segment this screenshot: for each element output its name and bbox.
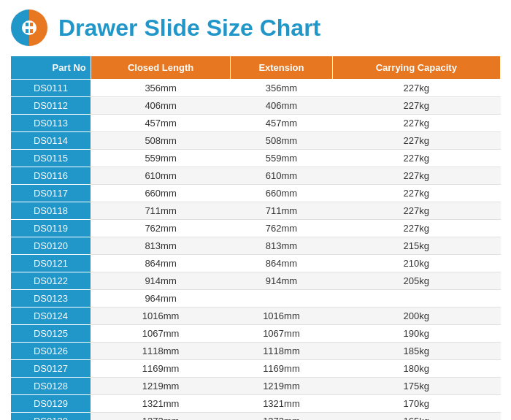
cell-capacity: 190kg	[332, 325, 500, 343]
cell-extension: 406mm	[231, 97, 332, 115]
page: Drawer Slide Size Chart Part No Closed L…	[0, 0, 511, 420]
table-row: DS0116610mm610mm227kg	[11, 167, 501, 185]
cell-part: DS0130	[11, 413, 91, 421]
cell-closed: 1067mm	[91, 325, 230, 343]
table-row: DS0112406mm406mm227kg	[11, 97, 501, 115]
logo-icon	[10, 9, 48, 47]
page-title: Drawer Slide Size Chart	[58, 15, 320, 42]
cell-closed: 508mm	[91, 132, 230, 150]
cell-closed: 356mm	[91, 80, 230, 97]
cell-part: DS0114	[11, 132, 91, 150]
cell-extension: 559mm	[231, 150, 332, 167]
table-row: DS0121864mm864mm210kg	[11, 255, 501, 272]
cell-closed: 1372mm	[91, 413, 230, 421]
table-row: DS01281219mm1219mm175kg	[11, 378, 501, 395]
header: Drawer Slide Size Chart	[10, 9, 501, 47]
cell-part: DS0116	[11, 167, 91, 185]
cell-part: DS0123	[11, 290, 91, 308]
cell-closed: 964mm	[91, 290, 230, 308]
cell-part: DS0124	[11, 308, 91, 325]
cell-extension: 457mm	[231, 115, 332, 132]
cell-capacity: 185kg	[332, 343, 500, 360]
cell-extension: 1067mm	[231, 325, 332, 343]
cell-closed: 813mm	[91, 237, 230, 255]
cell-closed: 660mm	[91, 185, 230, 202]
cell-extension: 1372mm	[231, 413, 332, 421]
cell-extension: 610mm	[231, 167, 332, 185]
cell-part: DS0112	[11, 97, 91, 115]
table-row: DS0117660mm660mm227kg	[11, 185, 501, 202]
cell-closed: 1219mm	[91, 378, 230, 395]
cell-part: DS0119	[11, 220, 91, 237]
cell-extension: 356mm	[231, 80, 332, 97]
table-row: DS0120813mm813mm215kg	[11, 237, 501, 255]
cell-capacity: 200kg	[332, 308, 500, 325]
cell-extension: 762mm	[231, 220, 332, 237]
cell-part: DS0128	[11, 378, 91, 395]
cell-extension	[231, 290, 332, 308]
cell-part: DS0121	[11, 255, 91, 272]
cell-capacity: 210kg	[332, 255, 500, 272]
cell-capacity: 227kg	[332, 202, 500, 220]
cell-extension: 914mm	[231, 272, 332, 290]
table-row: DS01261118mm1118mm185kg	[11, 343, 501, 360]
cell-capacity: 180kg	[332, 360, 500, 378]
cell-extension: 1016mm	[231, 308, 332, 325]
size-chart-table: Part No Closed Length Extension Carrying…	[10, 56, 501, 420]
cell-part: DS0115	[11, 150, 91, 167]
table-row: DS01251067mm1067mm190kg	[11, 325, 501, 343]
cell-part: DS0120	[11, 237, 91, 255]
table-row: DS0115559mm559mm227kg	[11, 150, 501, 167]
col-header-extension: Extension	[231, 56, 332, 80]
cell-extension: 508mm	[231, 132, 332, 150]
table-row: DS0119762mm762mm227kg	[11, 220, 501, 237]
cell-capacity: 170kg	[332, 395, 500, 413]
col-header-part: Part No	[11, 56, 91, 80]
cell-capacity: 227kg	[332, 185, 500, 202]
cell-part: DS0126	[11, 343, 91, 360]
table-row: DS0113457mm457mm227kg	[11, 115, 501, 132]
cell-extension: 711mm	[231, 202, 332, 220]
cell-part: DS0111	[11, 80, 91, 97]
cell-capacity: 215kg	[332, 237, 500, 255]
cell-extension: 1219mm	[231, 378, 332, 395]
table-row: DS0122914mm914mm205kg	[11, 272, 501, 290]
cell-closed: 457mm	[91, 115, 230, 132]
table-row: DS0118711mm711mm227kg	[11, 202, 501, 220]
table-row: DS01301372mm1372mm165kg	[11, 413, 501, 421]
cell-part: DS0118	[11, 202, 91, 220]
cell-closed: 406mm	[91, 97, 230, 115]
cell-extension: 813mm	[231, 237, 332, 255]
table-row: DS0114508mm508mm227kg	[11, 132, 501, 150]
cell-extension: 1321mm	[231, 395, 332, 413]
table-row: DS01271169mm1169mm180kg	[11, 360, 501, 378]
cell-closed: 1321mm	[91, 395, 230, 413]
table-row: DS01241016mm1016mm200kg	[11, 308, 501, 325]
cell-closed: 864mm	[91, 255, 230, 272]
cell-capacity: 227kg	[332, 220, 500, 237]
col-header-capacity: Carrying Capacity	[332, 56, 500, 80]
col-header-closed: Closed Length	[91, 56, 230, 80]
cell-part: DS0117	[11, 185, 91, 202]
cell-closed: 1118mm	[91, 343, 230, 360]
cell-extension: 660mm	[231, 185, 332, 202]
table-row: DS01291321mm1321mm170kg	[11, 395, 501, 413]
cell-capacity: 227kg	[332, 132, 500, 150]
cell-capacity: 227kg	[332, 115, 500, 132]
cell-capacity: 165kg	[332, 413, 500, 421]
cell-extension: 1118mm	[231, 343, 332, 360]
cell-closed: 711mm	[91, 202, 230, 220]
cell-closed: 1169mm	[91, 360, 230, 378]
cell-extension: 1169mm	[231, 360, 332, 378]
cell-capacity: 205kg	[332, 272, 500, 290]
cell-part: DS0122	[11, 272, 91, 290]
cell-part: DS0125	[11, 325, 91, 343]
cell-part: DS0129	[11, 395, 91, 413]
cell-part: DS0127	[11, 360, 91, 378]
cell-closed: 559mm	[91, 150, 230, 167]
cell-closed: 914mm	[91, 272, 230, 290]
svg-rect-4	[26, 26, 33, 29]
cell-closed: 762mm	[91, 220, 230, 237]
table-row: DS0123964mm	[11, 290, 501, 308]
cell-closed: 1016mm	[91, 308, 230, 325]
